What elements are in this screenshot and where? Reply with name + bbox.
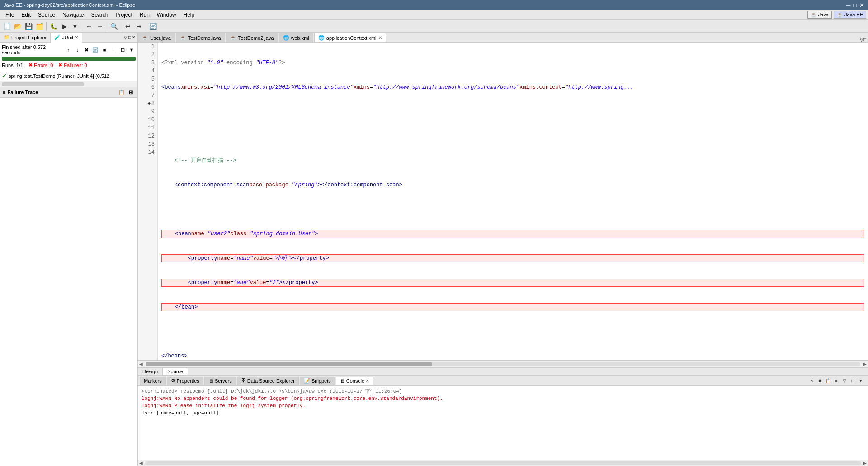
editor-hscroll-track[interactable] [146,362,860,366]
console-hscroll-left[interactable]: ◀ [138,461,144,466]
tab-console-close[interactable]: ✕ [366,379,369,383]
junit-tb-viewmenu[interactable]: ▼ [127,46,136,54]
menu-project[interactable]: Project [112,11,136,19]
debug-button[interactable]: 🐛 [48,21,58,31]
panel-close-icon[interactable]: ✕ [132,35,136,40]
tab-user-java[interactable]: ☕ User.java [138,33,175,42]
tab-testdemo-java-icon: ☕ [180,35,186,41]
left-panel-hscroll[interactable] [0,81,137,87]
menu-run[interactable]: Run [136,11,153,19]
tab-markers-label: Markers [144,378,162,384]
failure-trace-btn2[interactable]: ⊞ [127,88,135,96]
editor-hscroll[interactable]: ◀ ▶ [138,360,868,367]
refresh-button[interactable]: 🔄 [148,21,158,31]
tab-properties[interactable]: ⚙ Properties [167,377,203,385]
tab-appctx-xml[interactable]: 🌐 applicationContext.xml ✕ [314,33,386,42]
prev-edit-button[interactable]: ← [84,21,94,31]
editor-panel-minimize[interactable]: ▽ [860,37,863,42]
left-hscroll-thumb[interactable] [2,82,84,86]
run-button[interactable]: ▶ [59,21,69,31]
panel-minimize-icon[interactable]: ▽ [124,35,127,40]
save-all-button[interactable]: 🗂️ [34,21,44,31]
title-controls[interactable]: ─ □ ✕ [846,2,864,9]
tab-markers[interactable]: Markers [140,377,166,385]
tab-console[interactable]: 🖥 Console ✕ [336,377,373,385]
console-icon: 🖥 [340,378,345,384]
console-tb2[interactable]: ⏹ [816,377,824,385]
junit-tb-stop[interactable]: ■ [100,46,108,54]
menu-search[interactable]: Search [87,11,112,19]
menu-navigate[interactable]: Navigate [59,11,87,19]
minimize-button[interactable]: ─ [846,2,850,9]
junit-tb-failures[interactable]: ✖ [82,46,90,54]
console-normal-1: User [name=null, age=null] [142,409,864,417]
console-hscroll-right[interactable]: ▶ [862,461,868,466]
console-tb5[interactable]: ▽ [841,377,848,385]
console-tb1[interactable]: ✕ [808,377,816,385]
tab-testdemo-java[interactable]: ☕ TestDemo.java [176,33,225,42]
junit-tree: ✔ spring.test.TestDemo [Runner: JUnit 4]… [0,71,137,81]
next-edit-button[interactable]: → [95,21,105,31]
junit-tb-refresh[interactable]: 🔄 [91,46,99,54]
properties-icon: ⚙ [171,378,175,384]
tab-appctx-xml-close[interactable]: ✕ [378,35,382,40]
tab-properties-label: Properties [177,378,199,384]
redo-button[interactable]: ↪ [134,21,144,31]
tab-design[interactable]: Design [138,368,163,375]
line-num-9: 9 [141,108,155,116]
design-source-tabs: Design Source [138,367,868,376]
bottom-panel: Markers ⚙ Properties 🖥 Servers 🗄 Data So… [138,376,868,466]
tab-source[interactable]: Source [163,368,188,375]
hscroll-left-arrow[interactable]: ◀ [138,361,144,366]
junit-icon: 🧪 [54,34,61,40]
undo-button[interactable]: ↩ [123,21,133,31]
perspective-javaee[interactable]: ☕ Java EE [834,11,866,19]
maximize-button[interactable]: □ [853,2,857,9]
junit-tb-layout[interactable]: ⊞ [118,46,127,54]
menu-help[interactable]: Help [180,11,198,19]
code-line-13: </beans> [161,352,864,360]
run-history-button[interactable]: ▼ [70,21,80,31]
menu-file[interactable]: File [2,11,18,19]
tab-servers[interactable]: 🖥 Servers [204,377,236,385]
junit-tb-history[interactable]: ≡ [109,46,118,54]
console-hscroll[interactable]: ◀ ▶ [138,460,868,466]
console-hscroll-track[interactable] [145,461,861,465]
tab-project-explorer[interactable]: 📁 Project Explorer [0,33,51,42]
tab-testdemo2-java[interactable]: ☕ TestDemo2.java [226,33,278,42]
tab-junit-close[interactable]: ✕ [75,35,78,40]
new-button[interactable]: 📄 [2,21,12,31]
console-tb4[interactable]: ≡ [833,377,840,385]
junit-tree-item-icon: ✔ [2,72,7,79]
failure-trace-label: Failure Trace [7,90,38,95]
code-line-1: <?xml version="1.0" encoding="UTF-8"?> [161,59,864,67]
tab-junit[interactable]: 🧪 JUnit ✕ [51,33,82,43]
code-content[interactable]: <?xml version="1.0" encoding="UTF-8"?> <… [158,43,868,360]
save-button[interactable]: 💾 [24,21,33,31]
editor-panel-maximize[interactable]: □ [863,37,866,42]
menu-window[interactable]: Window [153,11,180,19]
tab-web-xml-label: web.xml [291,35,309,41]
tab-snippets[interactable]: 📝 Snippets [300,377,335,385]
search-button[interactable]: 🔍 [109,21,119,31]
hscroll-right-arrow[interactable]: ▶ [862,361,868,366]
console-tb7[interactable]: ▼ [857,377,864,385]
editor-hscroll-thumb[interactable] [146,362,432,366]
close-button[interactable]: ✕ [859,2,864,9]
console-content: <terminated> TestDemo [JUnit] D:\jdk\jdk… [138,386,868,460]
tab-datasource[interactable]: 🗄 Data Source Explorer [237,377,299,385]
junit-tb-next[interactable]: ↓ [73,46,81,54]
junit-tree-item[interactable]: ✔ spring.test.TestDemo [Runner: JUnit 4]… [2,72,136,80]
perspective-java[interactable]: ☕ Java [807,11,832,19]
menu-source[interactable]: Source [34,11,59,19]
menu-edit[interactable]: Edit [18,11,34,19]
console-tb6[interactable]: □ [849,377,856,385]
panel-maximize-icon[interactable]: □ [128,35,131,40]
tab-web-xml[interactable]: 🌐 web.xml [279,33,313,42]
failure-trace-content [0,98,137,466]
tab-servers-label: Servers [215,378,232,384]
open-button[interactable]: 📂 [13,21,23,31]
console-tb3[interactable]: 📋 [825,377,832,385]
failure-trace-btn1[interactable]: 📋 [118,88,126,96]
junit-tb-prev[interactable]: ↑ [64,46,72,54]
